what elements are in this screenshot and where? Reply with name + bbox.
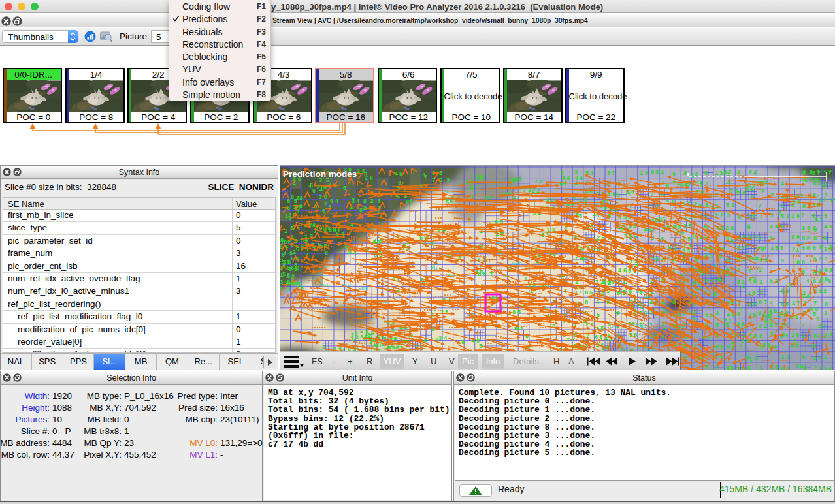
svg-text:8: 8 [612, 191, 615, 198]
svg-text:0: 0 [650, 311, 653, 317]
svg-text:6: 6 [694, 234, 697, 241]
svg-text:6: 6 [475, 173, 478, 180]
svg-text:3: 3 [770, 224, 773, 230]
svg-text:2: 2 [806, 236, 810, 242]
svg-text:6: 6 [751, 195, 754, 201]
svg-text:7: 7 [764, 300, 767, 306]
svg-text:4: 4 [775, 224, 778, 230]
svg-text:6: 6 [343, 185, 346, 192]
svg-text:3: 3 [398, 180, 401, 187]
svg-text:1: 1 [672, 334, 676, 340]
svg-text:0: 0 [645, 170, 648, 177]
svg-text:4: 4 [806, 293, 810, 300]
svg-text:5: 5 [816, 317, 819, 323]
svg-text:4: 4 [710, 278, 713, 285]
svg-text:1: 1 [683, 245, 686, 251]
svg-text:8: 8 [483, 271, 486, 277]
svg-text:3: 3 [770, 213, 773, 219]
svg-text:5: 5 [813, 311, 816, 318]
svg-text:6: 6 [672, 171, 676, 178]
svg-text:4: 4 [580, 175, 583, 181]
svg-text:2: 2 [310, 234, 313, 240]
svg-text:4: 4 [824, 224, 827, 230]
svg-text:3: 3 [607, 191, 610, 198]
svg-text:8: 8 [770, 323, 773, 329]
svg-text:3: 3 [759, 289, 762, 296]
svg-text:0: 0 [437, 227, 440, 234]
svg-text:7: 7 [770, 193, 774, 199]
svg-text:1: 1 [740, 307, 743, 313]
svg-text:7: 7 [578, 290, 581, 296]
svg-text:6: 6 [632, 321, 635, 328]
svg-text:2: 2 [585, 180, 588, 187]
svg-text:4: 4 [828, 366, 832, 370]
svg-text:8: 8 [742, 234, 745, 241]
svg-text:5: 5 [691, 174, 694, 180]
svg-text:1: 1 [813, 268, 816, 275]
svg-text:6: 6 [807, 225, 810, 232]
svg-text:7: 7 [802, 322, 805, 328]
svg-text:3: 3 [781, 203, 784, 210]
svg-text:4: 4 [590, 170, 593, 177]
svg-text:1: 1 [742, 279, 745, 286]
svg-text:4: 4 [818, 324, 821, 330]
svg-text:2: 2 [617, 311, 620, 317]
svg-text:7: 7 [672, 181, 676, 187]
svg-text:3: 3 [800, 193, 803, 200]
svg-text:2: 2 [792, 300, 795, 307]
svg-text:4: 4 [753, 170, 757, 176]
svg-text:5: 5 [640, 267, 643, 274]
svg-text:6: 6 [370, 175, 373, 181]
svg-text:2: 2 [725, 225, 729, 232]
svg-text:0: 0 [476, 338, 480, 345]
svg-text:8: 8 [759, 334, 762, 340]
svg-text:4: 4 [774, 344, 777, 351]
svg-text:7: 7 [819, 217, 823, 224]
svg-text:0: 0 [759, 257, 762, 264]
svg-text:5: 5 [715, 323, 719, 329]
svg-text:2: 2 [324, 202, 327, 208]
svg-text:0: 0 [802, 245, 805, 252]
svg-text:8: 8 [730, 365, 734, 370]
svg-text:7: 7 [715, 193, 718, 199]
svg-text:4: 4 [802, 365, 806, 370]
svg-text:6: 6 [595, 334, 598, 341]
svg-text:4: 4 [726, 365, 729, 370]
svg-text:1: 1 [788, 282, 791, 289]
svg-text:4: 4 [422, 172, 425, 179]
svg-text:7: 7 [319, 195, 322, 201]
svg-text:1: 1 [785, 334, 789, 340]
svg-text:5: 5 [770, 278, 773, 285]
svg-text:1: 1 [824, 310, 827, 317]
svg-text:3: 3 [823, 324, 826, 330]
svg-text:1: 1 [749, 279, 752, 285]
svg-text:7: 7 [741, 245, 744, 252]
svg-text:1: 1 [786, 213, 789, 220]
svg-text:4: 4 [618, 268, 621, 274]
svg-text:1: 1 [824, 246, 827, 253]
svg-text:1: 1 [337, 228, 340, 234]
svg-text:3: 3 [446, 178, 450, 184]
svg-text:3: 3 [710, 253, 713, 260]
svg-text:8: 8 [823, 236, 827, 242]
svg-text:8: 8 [813, 236, 817, 242]
svg-text:6: 6 [753, 312, 756, 319]
svg-text:8: 8 [758, 310, 761, 317]
svg-text:0: 0 [753, 301, 756, 307]
svg-text:0: 0 [458, 255, 461, 262]
svg-text:5: 5 [687, 236, 691, 243]
svg-text:1: 1 [823, 354, 827, 361]
svg-text:5: 5 [824, 213, 827, 220]
svg-text:1: 1 [813, 355, 816, 362]
svg-text:0: 0 [829, 224, 832, 230]
svg-text:7: 7 [823, 278, 827, 285]
svg-text:3: 3 [823, 366, 827, 370]
svg-text:5: 5 [775, 245, 778, 252]
svg-text:4: 4 [715, 311, 719, 317]
svg-text:3: 3 [607, 170, 610, 177]
svg-text:4: 4 [661, 170, 664, 176]
svg-text:8: 8 [503, 273, 506, 279]
svg-text:3: 3 [438, 336, 442, 342]
svg-text:7: 7 [748, 268, 751, 275]
svg-text:7: 7 [801, 213, 804, 219]
